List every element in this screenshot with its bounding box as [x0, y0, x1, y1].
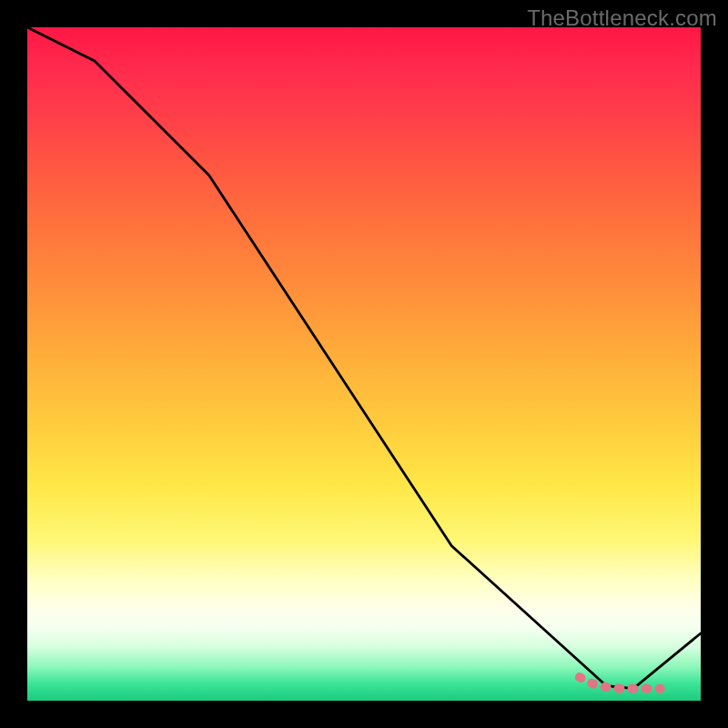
- watermark-text: TheBottleneck.com: [527, 5, 717, 31]
- chart-frame: TheBottleneck.com: [0, 0, 728, 728]
- plot-area: [27, 27, 701, 701]
- highlight-segment: [580, 677, 661, 689]
- chart-overlay: [27, 27, 701, 701]
- main-curve: [27, 27, 701, 689]
